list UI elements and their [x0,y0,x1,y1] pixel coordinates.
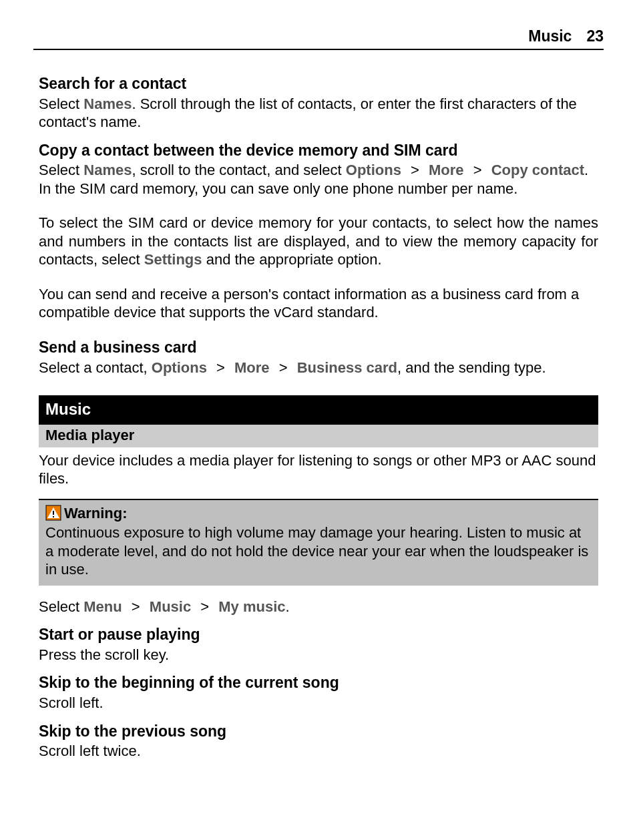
text: , and the sending type. [397,359,546,376]
svg-rect-3 [53,516,54,517]
para-search-contact: Select Names. Scroll through the list of… [39,95,598,132]
heading-search-contact: Search for a contact [39,74,598,93]
text: , scroll to the contact, and select [132,162,345,178]
para-start-pause: Press the scroll key. [39,646,598,664]
separator [482,162,491,178]
heading-start-pause: Start or pause playing [39,625,598,644]
separator [207,359,216,376]
ui-names: Names [83,95,132,112]
para-copy-contact: Select Names, scroll to the contact, and… [39,161,598,198]
svg-rect-2 [53,511,54,515]
para-media-intro: Your device includes a media player for … [39,451,598,488]
separator [464,162,473,178]
text: . [286,598,290,615]
warning-icon [45,505,61,521]
text: and the appropriate option. [202,251,382,268]
para-vcard-info: You can send and receive a person's cont… [39,285,598,322]
separator [209,598,218,615]
ui-music: Music [150,598,191,615]
para-skip-previous: Scroll left twice. [39,742,598,761]
content-area: Search for a contact Select Names. Scrol… [33,74,604,761]
ui-business-card: Business card [297,359,397,376]
gt: > [200,598,209,615]
gt: > [216,359,225,376]
gt: > [411,162,419,178]
gt: > [132,598,140,615]
ui-more: More [234,359,270,376]
header-page-number: 23 [586,27,604,46]
separator [419,162,429,178]
ui-more: More [429,162,464,178]
separator [401,162,411,178]
separator [288,359,297,376]
gt: > [279,359,288,376]
ui-options: Options [152,359,207,376]
separator [270,359,279,376]
separator [225,359,234,376]
separator [122,598,132,615]
warning-label: Warning: [64,504,128,523]
text: Select a contact, [39,359,152,376]
page-header: Music 23 [33,27,604,50]
ui-copy-contact: Copy contact [491,162,584,178]
para-select-my-music: Select Menu > Music > My music. [39,598,598,616]
gt: > [473,162,482,178]
text: Select [39,162,83,178]
text: Select [39,95,83,112]
ui-settings: Settings [144,251,202,268]
para-send-card: Select a contact, Options > More > Busin… [39,359,598,377]
ui-names: Names [83,162,132,178]
heading-skip-previous: Skip to the previous song [39,722,598,741]
chapter-bar-music: Music [39,395,598,425]
para-settings-info: To select the SIM card or device memory … [39,214,598,269]
heading-send-card: Send a business card [39,338,598,357]
sub-bar-media-player: Media player [39,425,598,447]
ui-options: Options [346,162,401,178]
ui-menu: Menu [83,598,122,615]
para-skip-beginning: Scroll left. [39,694,598,712]
heading-skip-beginning: Skip to the beginning of the current son… [39,673,598,692]
header-chapter: Music [528,27,572,46]
separator [191,598,200,615]
warning-text: Continuous exposure to high volume may d… [45,523,592,579]
separator [140,598,150,615]
heading-copy-contact: Copy a contact between the device memory… [39,141,598,160]
ui-my-music: My music [218,598,285,615]
warning-box: Warning: Continuous exposure to high vol… [39,499,598,586]
text: Select [39,598,83,615]
